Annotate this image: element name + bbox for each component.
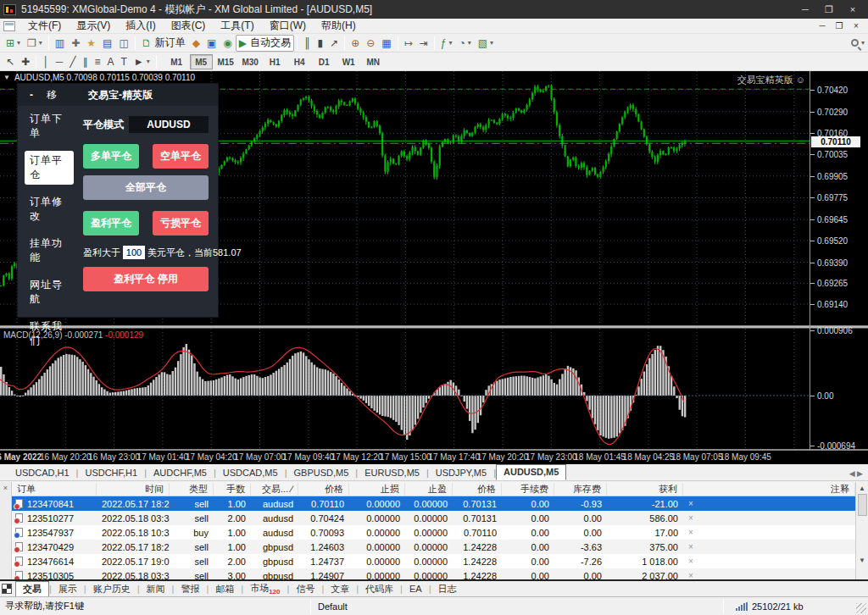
terminal-tab-9[interactable]: 代码库	[359, 582, 400, 596]
close-loss-button[interactable]: 亏损平仓	[153, 211, 209, 235]
panel-minimize-button[interactable]: -	[30, 89, 33, 101]
terminal-scrollbar[interactable]: ▲ ▼	[855, 482, 868, 579]
table-row[interactable]: 1234704292022.05.17 18:21:39sell1.00gbpu…	[12, 540, 855, 554]
chart-tab-gbpusd-m5[interactable]: GBPUSD,M5	[287, 466, 356, 480]
menu-item-2[interactable]: 插入(I)	[118, 19, 163, 33]
dropdown-arrow-icon[interactable]: ▾	[468, 39, 471, 47]
dropdown-arrow-icon[interactable]: ▾	[39, 39, 42, 47]
indicators-button[interactable]: ƒ▾	[437, 35, 456, 52]
chart-profiles-button[interactable]: ❐▾	[24, 35, 46, 52]
child-close-icon[interactable]: ×	[848, 19, 865, 33]
templates-button[interactable]: ▧▾	[475, 35, 497, 52]
menu-item-4[interactable]: 工具(T)	[213, 19, 261, 33]
close-all-button[interactable]: 全部平仓	[83, 175, 209, 200]
table-row[interactable]: 1234766142022.05.17 19:09:58sell2.00gbpu…	[12, 554, 855, 568]
chart-tab-usdcad-h1[interactable]: USDCAD,H1	[8, 466, 76, 480]
panel-menu-item-0[interactable]: 订单下单	[25, 109, 74, 143]
new-chart-button[interactable]: ⊞▾	[3, 35, 24, 52]
trendline-button[interactable]: ╱	[66, 53, 79, 70]
collapse-triangle-icon[interactable]: ▼	[3, 74, 10, 81]
close-order-icon[interactable]: ×	[683, 542, 698, 551]
tile-windows-button[interactable]: ▦	[378, 35, 394, 52]
menu-item-5[interactable]: 窗口(W)	[262, 19, 314, 33]
terminal-button[interactable]: ▤	[99, 35, 115, 52]
shapes-button[interactable]: ►▾	[131, 53, 153, 70]
terminal-tab-1[interactable]: 展示	[52, 582, 84, 596]
close-mode-symbol[interactable]: AUDUSD	[129, 116, 209, 133]
fibonacci-button[interactable]: ≡	[91, 53, 103, 70]
table-row[interactable]: 1234708412022.05.17 18:26:48sell1.00audu…	[12, 496, 855, 511]
column-header[interactable]: 手数	[214, 483, 251, 496]
scroll-up-icon[interactable]: ▲	[856, 485, 868, 492]
panel-menu-item-3[interactable]: 挂单功能	[25, 234, 74, 268]
dropdown-arrow-icon[interactable]: ▾	[448, 39, 452, 47]
data-window-button[interactable]: ✚	[68, 35, 83, 52]
profit-threshold-input[interactable]	[123, 246, 145, 259]
column-header[interactable]: 库存费	[554, 483, 607, 496]
column-header[interactable]: 价格	[453, 483, 502, 496]
table-header[interactable]: 订单时间类型手数交易... ∕价格止损止盈价格手续费库存费获利注释	[12, 482, 855, 496]
terminal-tab-3[interactable]: 新闻	[140, 582, 172, 596]
dropdown-arrow-icon[interactable]: ▾	[490, 39, 493, 47]
price-axis[interactable]: 0.704200.702900.701600.700350.699050.697…	[810, 71, 868, 451]
close-order-icon[interactable]: ×	[683, 513, 698, 523]
dropdown-arrow-icon[interactable]: ▾	[17, 39, 20, 47]
profit-close-toggle-button[interactable]: 盈利平仓 停用	[83, 267, 209, 291]
zoom-out-button[interactable]: ⊖	[363, 35, 378, 52]
maximize-icon[interactable]: ❐	[817, 1, 841, 18]
new-order-button[interactable]: 🗋新订单	[138, 35, 189, 52]
menu-item-3[interactable]: 图表(C)	[164, 19, 214, 33]
text-button[interactable]: A	[103, 53, 117, 70]
panel-menu-item-2[interactable]: 订单修改	[25, 192, 74, 226]
panel-menu-item-1[interactable]: 订单平仓	[25, 151, 74, 185]
timeframe-m30[interactable]: M30	[239, 54, 262, 69]
terminal-tab-5[interactable]: 邮箱	[209, 582, 241, 596]
metaeditor-button[interactable]: ◆	[189, 35, 203, 52]
chart-shift-button[interactable]: ⇥	[416, 35, 431, 52]
status-profile[interactable]: Default	[311, 601, 723, 612]
vertical-line-button[interactable]: │	[39, 53, 53, 70]
horizontal-line-button[interactable]: ─	[53, 53, 67, 70]
auto-scroll-button[interactable]: ↦	[401, 35, 416, 52]
periods-button[interactable]: ◔▾	[456, 35, 475, 52]
cursor-button[interactable]: ↖	[3, 53, 18, 70]
terminal-tab-4[interactable]: 警报	[174, 582, 206, 596]
timeframe-h4[interactable]: H4	[288, 54, 311, 69]
column-header[interactable]: 时间	[97, 483, 170, 496]
chart-tab-usdcad-m5[interactable]: USDCAD,M5	[216, 466, 285, 480]
menu-item-1[interactable]: 显示(V)	[69, 19, 118, 33]
terminal-tab-11[interactable]: 日志	[431, 582, 464, 596]
terminal-tab-7[interactable]: 信号	[289, 582, 321, 596]
scrollbar-thumb[interactable]	[858, 494, 867, 516]
column-header[interactable]: 交易... ∕	[251, 483, 298, 496]
column-header[interactable]: 获利	[607, 483, 683, 496]
dropdown-arrow-icon[interactable]: ▾	[147, 58, 150, 65]
close-order-icon[interactable]: ×	[683, 571, 698, 579]
column-header[interactable]: 注释	[698, 483, 855, 496]
column-header[interactable]: 订单	[12, 483, 97, 496]
chart-tab-eurusd-m5[interactable]: EURUSD,M5	[358, 466, 426, 480]
crosshair-button[interactable]: ✚	[18, 53, 33, 70]
line-chart-button[interactable]: ↗	[326, 35, 342, 52]
minimize-icon[interactable]: ─	[793, 1, 817, 18]
menu-item-6[interactable]: 帮助(H)	[314, 19, 364, 33]
expert-advisors-button[interactable]: ▣	[203, 35, 220, 52]
market-watch-button[interactable]: ▥	[52, 35, 68, 52]
timeframe-h1[interactable]: H1	[264, 54, 287, 69]
tab-scroll-arrows[interactable]: ◀ ▶	[849, 469, 868, 480]
column-header[interactable]: 止盈	[405, 483, 453, 496]
close-short-button[interactable]: 空单平仓	[153, 144, 209, 169]
terminal-tab-0[interactable]: 交易	[15, 581, 49, 597]
terminal-close-icon[interactable]: ×	[0, 484, 11, 492]
panel-menu-item-5[interactable]: 联系我们	[25, 317, 74, 351]
chart-tab-usdjpy-m5[interactable]: USDJPY,M5	[429, 466, 493, 480]
zoom-in-button[interactable]: ⊕	[348, 35, 363, 52]
timeframe-w1[interactable]: W1	[337, 54, 360, 69]
autotrade-button[interactable]: ▶自动交易	[236, 35, 294, 52]
close-profit-button[interactable]: 盈利平仓	[83, 211, 139, 235]
resize-grip[interactable]	[856, 603, 866, 613]
strategy-tester-button[interactable]: ◫	[115, 35, 131, 52]
panel-move-button[interactable]: 移	[47, 88, 57, 102]
time-axis[interactable]: 16 May 202216 May 20:2016 May 23:0017 Ma…	[0, 451, 868, 464]
scroll-down-icon[interactable]: ▼	[856, 557, 868, 564]
